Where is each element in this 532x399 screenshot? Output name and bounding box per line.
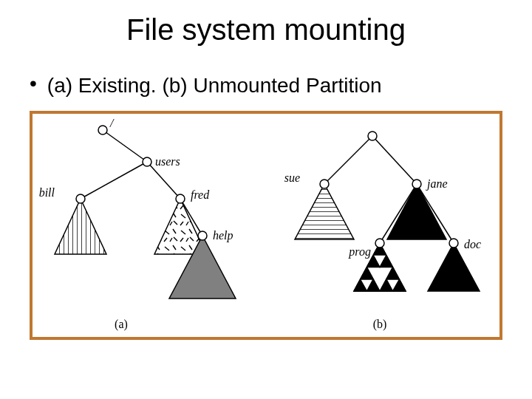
figure-container: / users bill fred help (a) [30, 111, 502, 340]
jane-node [412, 180, 421, 188]
doc-label: doc [464, 238, 481, 250]
root-node [98, 126, 107, 134]
slide-title: File system mounting [0, 13, 532, 47]
caption-b: (b) [373, 318, 387, 331]
bullet-icon: • [30, 72, 37, 95]
bullet-text: (a) Existing. (b) Unmounted Partition [47, 74, 382, 97]
bill-node [76, 194, 85, 203]
sue-subtree-icon [295, 184, 354, 239]
users-label: users [155, 155, 180, 168]
svg-line-11 [103, 130, 147, 162]
jane-subtree-icon [387, 184, 446, 239]
users-node [143, 157, 151, 166]
tree-b: sue jane prog doc (b) [284, 132, 481, 331]
doc-node [449, 239, 458, 248]
root-label: / [109, 117, 115, 129]
svg-line-16 [372, 136, 417, 184]
svg-line-15 [324, 136, 372, 184]
jane-label: jane [426, 177, 448, 191]
help-node [198, 231, 207, 240]
caption-a: (a) [115, 318, 128, 331]
tree-a: / users bill fred help (a) [39, 117, 236, 331]
bill-label: bill [39, 186, 55, 199]
help-label: help [213, 229, 233, 242]
svg-line-12 [81, 162, 147, 199]
fred-node [176, 194, 185, 203]
sue-label: sue [284, 171, 300, 184]
slide: File system mounting •(a) Existing. (b) … [0, 0, 532, 399]
bullet-line: •(a) Existing. (b) Unmounted Partition [30, 74, 382, 98]
fred-label: fred [191, 188, 210, 202]
sue-node [320, 180, 329, 188]
prog-label: prog [348, 245, 371, 259]
bill-subtree-icon [55, 199, 106, 254]
partition-root-node [368, 132, 377, 140]
prog-node [375, 239, 384, 248]
mounting-diagram: / users bill fred help (a) [33, 114, 499, 337]
